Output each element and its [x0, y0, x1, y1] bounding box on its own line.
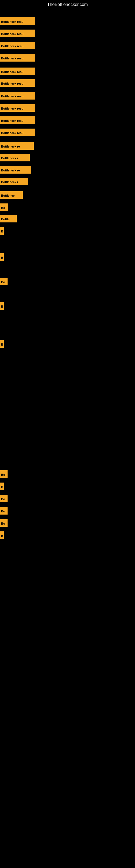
bar-label: Bo — [0, 495, 8, 502]
bar-label: B — [0, 302, 4, 310]
bar-label: Bottleneck resu — [0, 116, 35, 124]
bar-item: Bo — [0, 278, 8, 285]
bar-item: Bottleneck resu — [0, 42, 35, 50]
bar-label: B — [0, 253, 4, 261]
bar-item: Bottle — [0, 215, 17, 222]
bar-item: Bottleneck resu — [0, 18, 35, 25]
bar-label: Bo — [0, 204, 8, 211]
bar-label: B — [0, 340, 4, 348]
bar-label: Bottleneck resu — [0, 18, 35, 25]
bar-label: Bottleneck resu — [0, 54, 35, 62]
bar-label: Bottleneck resu — [0, 129, 35, 136]
bar-label: B — [0, 483, 4, 490]
bar-item: Bottleneck r — [0, 178, 28, 185]
bar-item: Bo — [0, 507, 8, 515]
bar-item: Bottlenec — [0, 191, 23, 199]
bar-label: Bo — [0, 278, 8, 285]
bar-label: Bottlenec — [0, 191, 23, 199]
bar-item: B — [0, 302, 4, 310]
bar-item: Bottleneck resu — [0, 92, 35, 99]
bar-item: B — [0, 340, 4, 348]
bar-label: Bottleneck r — [0, 178, 28, 185]
bar-item: Bottleneck resu — [0, 79, 35, 87]
bar-item: Bo — [0, 470, 8, 478]
bar-item: Bottleneck resu — [0, 129, 35, 136]
bar-item: Bottleneck r — [0, 154, 30, 161]
bar-item: Bo — [0, 519, 8, 527]
site-title: TheBottlenecker.com — [0, 0, 135, 9]
bar-label: Bottleneck resu — [0, 104, 35, 112]
bar-label: Bottleneck resu — [0, 92, 35, 99]
bar-label: Bottleneck resu — [0, 67, 35, 75]
bar-label: B — [0, 227, 4, 235]
bar-item: B — [0, 227, 4, 235]
bar-label: Bottle — [0, 215, 17, 222]
bar-item: B — [0, 483, 4, 490]
bar-label: Bottleneck resu — [0, 30, 35, 37]
bar-item: Bottleneck resu — [0, 54, 35, 62]
bar-label: Bottleneck resu — [0, 79, 35, 87]
bar-item: Bottleneck resu — [0, 104, 35, 112]
bar-item: Bottleneck resu — [0, 116, 35, 124]
bar-label: Bo — [0, 519, 8, 527]
bar-item: Bottleneck resu — [0, 30, 35, 37]
bar-item: B — [0, 253, 4, 261]
bar-label: Bottleneck re — [0, 142, 34, 150]
bar-label: B — [0, 531, 4, 539]
bar-item: Bottleneck re — [0, 142, 34, 150]
bar-item: B — [0, 531, 4, 539]
bar-label: Bo — [0, 507, 8, 515]
bar-item: Bottleneck re — [0, 166, 31, 174]
bar-item: Bo — [0, 495, 8, 502]
bar-label: Bottleneck r — [0, 154, 30, 161]
bar-label: Bottleneck resu — [0, 42, 35, 50]
bar-item: Bo — [0, 204, 8, 211]
bar-item: Bottleneck resu — [0, 67, 35, 75]
bar-label: Bo — [0, 470, 8, 478]
bar-label: Bottleneck re — [0, 166, 31, 174]
